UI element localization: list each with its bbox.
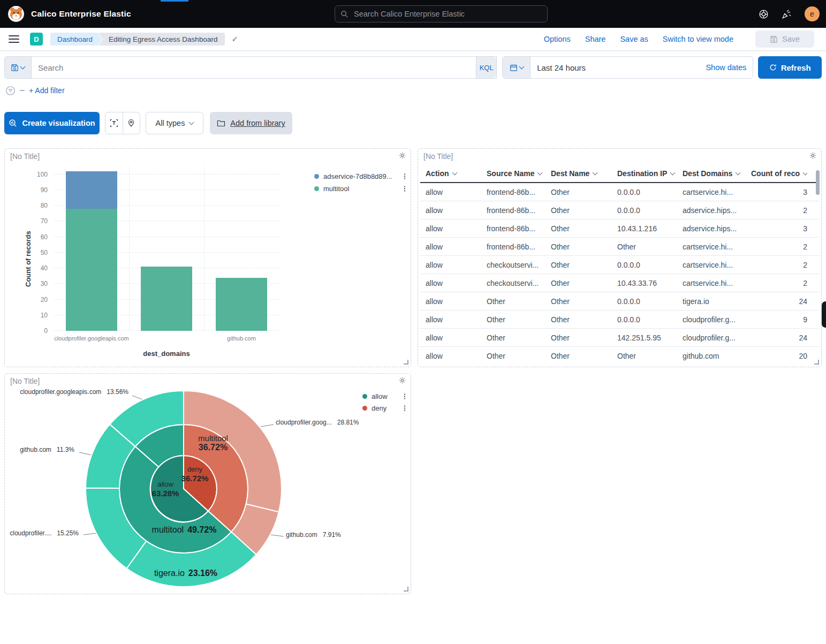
table-cell: Other: [487, 352, 551, 360]
add-from-library-button[interactable]: Add from library: [210, 112, 292, 134]
sunburst-chart: [5, 374, 412, 595]
all-types-dropdown[interactable]: All types: [146, 112, 203, 134]
legend-item[interactable]: allow: [362, 392, 407, 400]
filter-icon[interactable]: [5, 86, 16, 96]
table-row[interactable]: allowcheckoutservi...Other0.0.0.0cartser…: [420, 256, 819, 274]
table-cell: 0.0.0.0: [617, 206, 683, 215]
chevron-down-icon: [519, 64, 524, 70]
bar-github.com[interactable]: [216, 166, 267, 331]
legend-item[interactable]: adservice-7d8b8d89...: [314, 172, 407, 180]
news-icon[interactable]: [782, 9, 792, 19]
column-header[interactable]: Dest Domains: [683, 169, 748, 178]
user-avatar[interactable]: e: [805, 6, 820, 21]
column-header[interactable]: Count of reco: [748, 169, 807, 178]
legend-item[interactable]: multitool: [314, 185, 407, 193]
bar-segment-multitool[interactable]: [141, 267, 192, 331]
legend-color-dot: [362, 394, 367, 399]
callout-leader-line: [132, 396, 143, 400]
table-row[interactable]: allowcheckoutservi...Other10.43.33.76car…: [420, 274, 819, 292]
bar-segment-adservice-7d8b8d89...[interactable]: [66, 171, 117, 209]
chevron-down-icon: [736, 170, 741, 176]
panel-resize-handle[interactable]: [814, 360, 819, 365]
table-cell: cartservice.hi...: [683, 188, 748, 196]
table-cell: Other: [551, 243, 617, 251]
options-link[interactable]: Options: [544, 35, 571, 43]
app-title: Calico Enterprise Elastic: [31, 9, 131, 19]
gear-icon[interactable]: [809, 151, 817, 160]
table-cell: Other: [551, 224, 617, 233]
share-link[interactable]: Share: [585, 35, 606, 43]
table-scrollbar[interactable]: [816, 170, 820, 195]
table-cell: 3: [748, 224, 807, 233]
chevron-down-icon: [593, 170, 598, 176]
check-icon: ✓: [231, 34, 238, 44]
create-visualization-button[interactable]: Create visualization: [4, 112, 100, 134]
show-dates-link[interactable]: Show dates: [706, 63, 746, 72]
panel-sunburst[interactable]: [No Title] multitool 36.72% deny 36.72% …: [4, 373, 411, 594]
table-row[interactable]: allowOtherOther0.0.0.0tigera.io24: [420, 292, 819, 310]
table-row[interactable]: allowOtherOther142.251.5.95cloudprofiler…: [420, 329, 819, 347]
table-cell: 2: [748, 261, 807, 269]
save-icon: [11, 64, 19, 72]
bar-segment-multitool[interactable]: [216, 278, 267, 331]
table-row[interactable]: allowOtherOtherOthergithub.com20: [420, 347, 819, 365]
filter-bar: + Add filter: [5, 85, 65, 96]
refresh-button[interactable]: Refresh: [758, 56, 822, 79]
calendar-button[interactable]: [503, 57, 531, 78]
table-cell: 0.0.0.0: [617, 261, 683, 269]
save-as-link[interactable]: Save as: [620, 35, 648, 43]
gear-icon[interactable]: [398, 151, 406, 160]
data-table: ActionSource NameDest NameDestination IP…: [420, 165, 819, 365]
save-button[interactable]: Save: [755, 31, 814, 48]
panel-bar-chart[interactable]: [No Title] Count of records 010203040506…: [4, 148, 411, 367]
panel-table[interactable]: [No Title] ActionSource NameDest NameDes…: [418, 148, 822, 367]
column-header[interactable]: Destination IP: [617, 169, 683, 178]
help-icon[interactable]: [759, 9, 769, 19]
table-cell: allow: [420, 243, 487, 251]
global-search-input[interactable]: [353, 9, 542, 19]
bar-cloudprofiler.googleapis.com[interactable]: [66, 166, 117, 331]
table-row[interactable]: allowfrontend-86b...Other0.0.0.0adservic…: [420, 201, 819, 219]
kql-badge[interactable]: KQL: [476, 57, 496, 78]
map-pin-icon: [127, 119, 135, 127]
lens-icon: [9, 119, 17, 127]
breadcrumb-dashboard[interactable]: Dashboard: [50, 33, 103, 46]
table-row[interactable]: allowfrontend-86b...Other0.0.0.0cartserv…: [420, 183, 819, 201]
saved-query-button[interactable]: [4, 56, 31, 79]
add-filter-link[interactable]: + Add filter: [29, 86, 65, 95]
time-range-label[interactable]: Last 24 hours: [537, 63, 586, 72]
map-tool-button[interactable]: [123, 112, 140, 134]
legend-menu-icon[interactable]: [402, 173, 407, 179]
flyout-handle[interactable]: [822, 301, 826, 328]
y-tick-label: 40: [41, 264, 48, 272]
legend-item[interactable]: deny: [362, 404, 407, 412]
bar-segment-multitool[interactable]: [66, 209, 117, 331]
table-cell: Other: [487, 297, 551, 306]
hamburger-menu-icon[interactable]: [9, 35, 19, 43]
table-row[interactable]: allowfrontend-86b...Other10.43.1.216adse…: [420, 219, 819, 238]
panel-resize-handle[interactable]: [404, 360, 408, 365]
switch-to-view-mode-link[interactable]: Switch to view mode: [663, 35, 733, 43]
chevron-down-icon: [20, 64, 26, 70]
table-cell: 0.0.0.0: [617, 297, 683, 306]
table-cell: allow: [420, 188, 487, 196]
bar-category-1[interactable]: [141, 166, 192, 331]
gridline: [204, 166, 204, 331]
table-cell: frontend-86b...: [487, 188, 551, 196]
legend-label: deny: [372, 404, 398, 412]
panel-resize-handle[interactable]: [404, 587, 408, 592]
column-header[interactable]: Dest Name: [551, 169, 617, 178]
table-row[interactable]: allowfrontend-86b...OtherOthercartservic…: [420, 238, 819, 256]
column-header[interactable]: Source Name: [487, 169, 551, 178]
text-tool-button[interactable]: [105, 112, 123, 134]
legend-label: multitool: [323, 185, 398, 193]
table-row[interactable]: allowOtherOther0.0.0.0cloudprofiler.g...…: [420, 310, 819, 329]
column-header[interactable]: Action: [420, 169, 487, 178]
global-search[interactable]: [335, 5, 548, 22]
query-search-input[interactable]: [32, 63, 476, 72]
legend-menu-icon[interactable]: [402, 405, 407, 411]
legend-menu-icon[interactable]: [402, 393, 407, 399]
legend-menu-icon[interactable]: [402, 186, 407, 192]
table-cell: tigera.io: [683, 297, 748, 306]
viz-quick-tools: [105, 112, 140, 134]
